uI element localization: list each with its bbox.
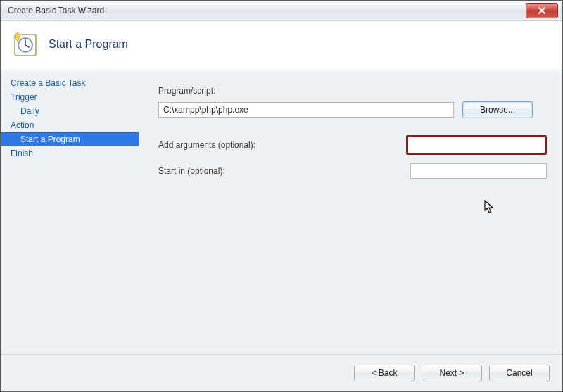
titlebar: Create Basic Task Wizard: [1, 1, 562, 21]
wizard-window: Create Basic Task Wizard Start a Program…: [0, 0, 563, 392]
close-button[interactable]: [526, 3, 558, 18]
sidebar-item-start-a-program[interactable]: Start a Program: [1, 132, 139, 146]
start-in-label: Start in (optional):: [158, 166, 225, 176]
back-button[interactable]: < Back: [354, 365, 415, 381]
add-arguments-highlight: [406, 135, 547, 155]
wizard-footer: < Back Next > Cancel: [1, 354, 562, 391]
cancel-button[interactable]: Cancel: [489, 365, 550, 381]
mouse-cursor-icon: [484, 200, 495, 217]
sidebar-item-action[interactable]: Action: [1, 118, 139, 132]
add-arguments-label: Add arguments (optional):: [158, 140, 255, 150]
close-icon: [538, 7, 546, 14]
add-arguments-input[interactable]: [408, 137, 545, 153]
wizard-clock-icon: [11, 30, 39, 58]
sidebar-item-finish[interactable]: Finish: [1, 146, 139, 160]
page-header: Start a Program: [1, 21, 562, 68]
program-script-label: Program/script:: [158, 86, 215, 96]
wizard-steps-sidebar: Create a Basic Task Trigger Daily Action…: [1, 69, 139, 354]
browse-button[interactable]: Browse...: [462, 101, 533, 118]
page-title: Start a Program: [49, 38, 128, 51]
window-title: Create Basic Task Wizard: [8, 6, 104, 15]
program-script-input[interactable]: [158, 102, 454, 118]
next-button[interactable]: Next >: [422, 365, 482, 381]
sidebar-item-trigger[interactable]: Trigger: [1, 90, 139, 104]
sidebar-item-daily[interactable]: Daily: [1, 104, 139, 118]
sidebar-item-create-basic-task[interactable]: Create a Basic Task: [1, 76, 139, 90]
start-in-input[interactable]: [410, 163, 547, 179]
content-pane: Program/script: Browse... Add arguments …: [139, 69, 562, 354]
body: Create a Basic Task Trigger Daily Action…: [1, 68, 562, 354]
